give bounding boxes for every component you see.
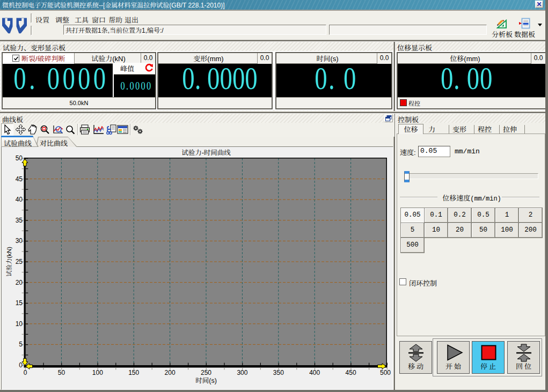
svg-text:50: 50: [58, 369, 65, 376]
svg-text:15: 15: [16, 299, 23, 307]
svg-text:500: 500: [380, 369, 391, 376]
svg-text:10: 10: [16, 320, 23, 328]
svg-text:400: 400: [309, 369, 320, 376]
svg-text:35: 35: [16, 217, 23, 224]
svg-text:20: 20: [16, 279, 23, 286]
svg-text:试验力-时间曲线: 试验力-时间曲线: [181, 147, 231, 157]
svg-text:50: 50: [16, 154, 23, 162]
svg-text:40: 40: [16, 196, 23, 203]
svg-text:25: 25: [16, 258, 23, 265]
svg-text:30: 30: [16, 237, 23, 245]
svg-text:200: 200: [165, 369, 176, 376]
svg-text:100: 100: [92, 369, 103, 376]
svg-text:350: 350: [273, 369, 284, 376]
svg-text:45: 45: [16, 175, 23, 183]
svg-text:时间(s): 时间(s): [195, 375, 217, 385]
svg-text:450: 450: [346, 369, 356, 376]
svg-text:150: 150: [128, 369, 139, 376]
svg-text:试验力(kN): 试验力(kN): [4, 247, 13, 277]
svg-text:300: 300: [237, 369, 247, 376]
svg-text:5: 5: [19, 341, 23, 348]
svg-text:0: 0: [24, 369, 27, 376]
svg-text:0: 0: [19, 361, 23, 369]
